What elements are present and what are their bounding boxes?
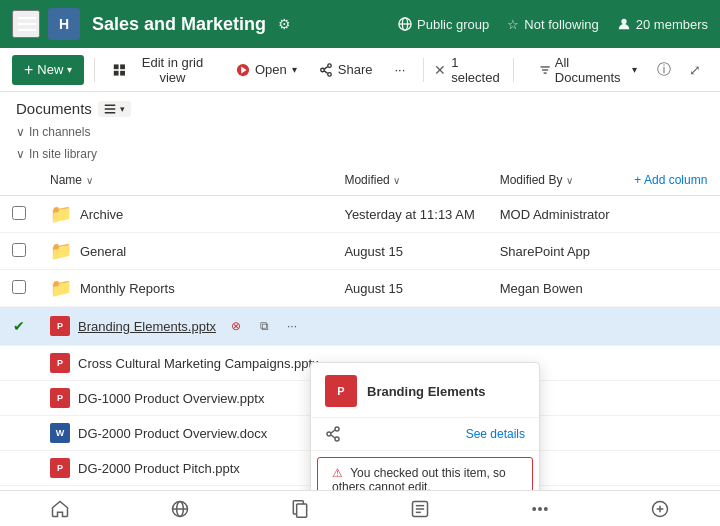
- file-name-cell: W DG-2000 Product Overview.docx: [38, 416, 332, 451]
- row-checkout-cell: [0, 381, 38, 416]
- file-name-link[interactable]: Branding Elements.pptx: [78, 319, 216, 334]
- new-chevron-icon: ▾: [67, 64, 72, 75]
- public-group-action[interactable]: Public group: [398, 17, 489, 32]
- tasks-icon: [410, 499, 430, 519]
- list-view-icon: [104, 103, 116, 115]
- row-checkbox[interactable]: [12, 280, 26, 294]
- row-checkbox-cell[interactable]: [0, 196, 38, 233]
- row-checkbox[interactable]: [12, 243, 26, 257]
- section-in-site-library[interactable]: ∨ In site library: [0, 143, 720, 165]
- folder-modified-cell: Yesterday at 11:13 AM: [332, 196, 487, 233]
- row-checkout-cell: [0, 451, 38, 486]
- group-name: Sales and Marketing: [92, 14, 266, 35]
- folder-row: 📁 Archive Yesterday at 11:13 AM MOD Admi…: [0, 196, 720, 233]
- file-name-cell: P Cross Cultural Marketing Campaigns.ppt…: [38, 346, 332, 381]
- new-button[interactable]: + New ▾: [12, 55, 84, 85]
- info-button[interactable]: ⓘ: [651, 56, 677, 84]
- file-name-link[interactable]: DG-2000 Product Overview.docx: [78, 426, 267, 441]
- svg-point-10: [328, 63, 332, 67]
- folder-name-link[interactable]: Archive: [80, 207, 123, 222]
- folder-name-cell: 📁 General: [38, 233, 332, 270]
- public-group-label: Public group: [417, 17, 489, 32]
- file-name-cell: P DG-1000 Product Overview.pptx: [38, 381, 332, 416]
- svg-point-35: [533, 507, 536, 510]
- toolbar: + New ▾ Edit in grid view Open ▾ Share ·…: [0, 48, 720, 92]
- file-name-link[interactable]: Cross Cultural Marketing Campaigns.pptx: [78, 356, 319, 371]
- bottom-nav-home[interactable]: [40, 491, 80, 527]
- edit-grid-view-button[interactable]: Edit in grid view: [105, 50, 222, 90]
- app-icon: H: [48, 8, 80, 40]
- bottom-nav-files[interactable]: [280, 491, 320, 527]
- not-following-action[interactable]: ☆ Not following: [507, 17, 598, 32]
- branding-elements-popover: P Branding Elements See details ⚠ You ch…: [310, 362, 540, 490]
- modified-by-sort-icon: ∨: [566, 175, 573, 186]
- share-label: Share: [338, 62, 373, 77]
- in-site-library-chevron-icon: ∨: [16, 147, 25, 161]
- separator-3: [513, 58, 514, 82]
- svg-rect-7: [120, 70, 125, 75]
- svg-point-23: [327, 432, 331, 436]
- row-checkbox-cell[interactable]: [0, 270, 38, 307]
- files-icon: [290, 499, 310, 519]
- file-row: ✔ P Branding Elements.pptx ⊗ ⧉ ···: [0, 307, 720, 346]
- bottom-nav-more[interactable]: [520, 491, 560, 527]
- bottom-nav-web[interactable]: [160, 491, 200, 527]
- add-col-header[interactable]: + Add column: [622, 165, 720, 196]
- folder-icon: 📁: [50, 277, 72, 299]
- folder-modified-cell: August 15: [332, 233, 487, 270]
- svg-point-37: [545, 507, 548, 510]
- modified-col-header[interactable]: Modified ∨: [332, 165, 487, 196]
- clear-selection-button[interactable]: ✕: [434, 62, 446, 78]
- open-button[interactable]: Open ▾: [228, 57, 305, 82]
- share-button[interactable]: Share: [311, 57, 381, 82]
- more-button[interactable]: ···: [386, 57, 413, 82]
- folder-icon: 📁: [50, 203, 72, 225]
- file-name-link[interactable]: DG-1000 Product Overview.pptx: [78, 391, 264, 406]
- members-label: 20 members: [636, 17, 708, 32]
- expand-button[interactable]: ⤢: [682, 56, 708, 84]
- folder-name-cell: 📁 Monthly Reports: [38, 270, 332, 307]
- settings-icon[interactable]: ⚙: [274, 14, 294, 34]
- see-details-link[interactable]: See details: [466, 427, 525, 441]
- modified-sort-icon: ∨: [393, 175, 400, 186]
- popover-pptx-icon: P: [325, 375, 357, 407]
- filter-icon: [539, 63, 551, 77]
- file-name-link[interactable]: DG-2000 Product Pitch.pptx: [78, 461, 240, 476]
- hamburger-menu-button[interactable]: [12, 10, 40, 38]
- all-docs-chevron-icon: ▾: [632, 64, 637, 75]
- open-chevron-icon: ▾: [292, 64, 297, 75]
- svg-line-14: [324, 70, 328, 73]
- folder-name-cell: 📁 Archive: [38, 196, 332, 233]
- delete-action-button[interactable]: ⊗: [224, 314, 248, 338]
- members-action[interactable]: 20 members: [617, 17, 708, 32]
- row-checkbox-cell[interactable]: [0, 233, 38, 270]
- documents-header: Documents ▾: [0, 92, 720, 121]
- folder-name-link[interactable]: Monthly Reports: [80, 281, 175, 296]
- bottom-nav-add[interactable]: [640, 491, 680, 527]
- all-documents-button[interactable]: All Documents ▾: [531, 50, 645, 90]
- file-extra-cell: [622, 416, 720, 451]
- globe-icon: [398, 17, 412, 31]
- more-action-button[interactable]: ···: [280, 314, 304, 338]
- svg-point-11: [328, 72, 332, 76]
- folder-row: 📁 General August 15 SharePoint App: [0, 233, 720, 270]
- section-in-channels[interactable]: ∨ In channels: [0, 121, 720, 143]
- row-checkout-cell: [0, 416, 38, 451]
- bottom-nav-tasks[interactable]: [400, 491, 440, 527]
- folder-modified-by-cell: MOD Administrator: [488, 196, 623, 233]
- folder-extra-cell: [622, 196, 720, 233]
- star-icon: ☆: [507, 17, 519, 32]
- modified-by-col-header[interactable]: Modified By ∨: [488, 165, 623, 196]
- ellipsis-icon: [530, 499, 550, 519]
- folder-name-link[interactable]: General: [80, 244, 126, 259]
- content-area: Documents ▾ ∨ In channels ∨ In site libr…: [0, 92, 720, 490]
- row-checkbox[interactable]: [12, 206, 26, 220]
- name-col-header[interactable]: Name ∨: [38, 165, 332, 196]
- svg-rect-30: [297, 504, 307, 517]
- in-site-library-label: In site library: [29, 147, 97, 161]
- svg-line-13: [324, 66, 328, 69]
- new-label: New: [37, 62, 63, 77]
- copy-action-button[interactable]: ⧉: [252, 314, 276, 338]
- view-toggle-button[interactable]: ▾: [98, 101, 131, 117]
- pptx-icon: P: [50, 316, 70, 336]
